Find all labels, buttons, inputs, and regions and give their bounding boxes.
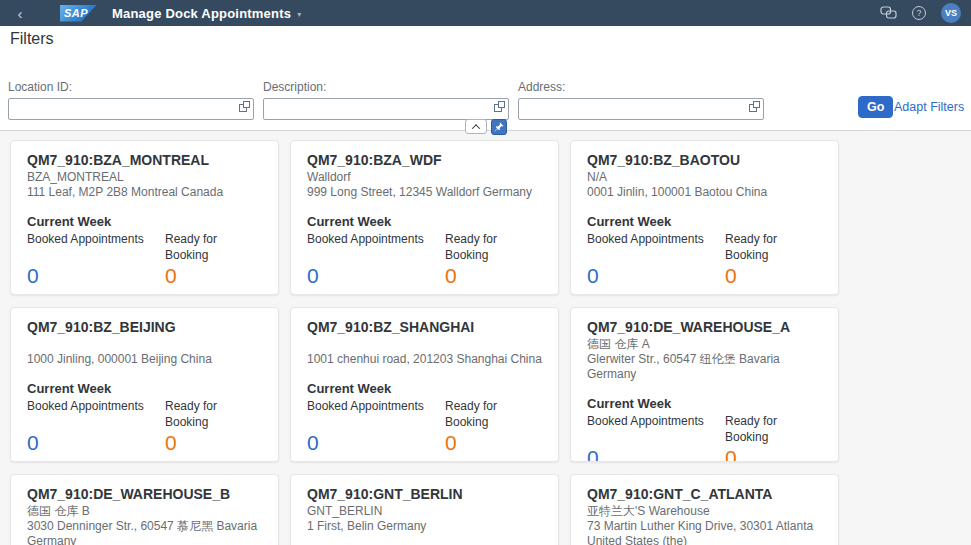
slot-utilization-label: Slot Utilization (307, 294, 383, 295)
card-title: QM7_910:BZA_WDF (307, 151, 542, 169)
pin-filter-bar-button[interactable] (491, 119, 507, 135)
ready-for-booking-label: Ready for Booking (445, 398, 542, 430)
location-card[interactable]: QM7_910:BZ_SHANGHAI 1001 chenhui road, 2… (290, 307, 559, 462)
ready-for-booking-value: 0 (165, 263, 262, 288)
location-card[interactable]: QM7_910:BZ_BAOTOU N/A 0001 Jinlin, 10000… (570, 140, 839, 295)
help-glyph: ? (916, 8, 921, 18)
shell-header: ‹ SAP Manage Dock Appointments ▾ ? VS (0, 0, 971, 26)
location-card[interactable]: QM7_910:GNT_BERLIN GNT_BERLIN 1 First, B… (290, 474, 559, 545)
go-button[interactable]: Go (858, 96, 893, 118)
ready-for-booking-label: Ready for Booking (725, 413, 822, 445)
slot-utilization-label: Slot Utilization (27, 294, 103, 295)
ready-for-booking-label: Ready for Booking (165, 398, 262, 430)
value-help-icon[interactable] (239, 104, 247, 112)
ready-for-booking-value: 0 (725, 263, 822, 288)
booked-appointments-label: Booked Appointments (307, 398, 445, 430)
adapt-filters-link[interactable]: Adapt Filters (894, 100, 964, 114)
card-stats: Current Week Booked Appointments Ready f… (587, 396, 822, 462)
card-title: QM7_910:BZ_BAOTOU (587, 151, 822, 169)
card-subtitle: GNT_BERLIN (307, 504, 542, 519)
back-button[interactable]: ‹ (0, 5, 40, 21)
app-title-menu[interactable]: Manage Dock Appointments ▾ (112, 6, 301, 21)
value-help-icon[interactable] (749, 104, 757, 112)
slot-utilization-value: 0 (255, 461, 262, 462)
card-address: 1 First, Belin Germany (307, 519, 542, 534)
booked-appointments-value: 0 (27, 263, 165, 288)
ready-for-booking-value: 0 (165, 430, 262, 455)
booked-appointments-label: Booked Appointments (587, 413, 725, 445)
slot-utilization-value: 0 (535, 294, 542, 295)
content-area: QM7_910:BZA_MONTREAL BZA_MONTREAL 111 Le… (0, 131, 971, 545)
card-subtitle: N/A (587, 170, 822, 185)
card-subtitle: Walldorf (307, 170, 542, 185)
filter-group-location-id: Location ID: (8, 80, 254, 120)
current-week-label: Current Week (307, 381, 542, 397)
location-id-label: Location ID: (8, 80, 254, 94)
description-input[interactable] (263, 98, 509, 120)
booked-appointments-label: Booked Appointments (27, 231, 165, 263)
card-subtitle (27, 337, 262, 352)
ready-for-booking-value: 0 (445, 430, 542, 455)
slot-utilization-value: 0 (255, 294, 262, 295)
chevron-down-icon: ▾ (297, 8, 301, 19)
sap-logo: SAP (60, 5, 97, 22)
booked-appointments-value: 0 (27, 430, 165, 455)
ready-for-booking-value: 0 (725, 445, 822, 462)
ready-for-booking-label: Ready for Booking (165, 231, 262, 263)
card-title: QM7_910:DE_WAREHOUSE_A (587, 318, 822, 336)
card-address: 1000 Jinling, 000001 Beijing China (27, 352, 262, 367)
card-address: 3030 Denninger Str., 60547 慕尼黑 Bavaria G… (27, 519, 262, 545)
current-week-label: Current Week (307, 214, 542, 230)
card-title: QM7_910:GNT_C_ATLANTA (587, 485, 822, 503)
card-title: QM7_910:GNT_BERLIN (307, 485, 542, 503)
card-subtitle (307, 337, 542, 352)
booked-appointments-label: Booked Appointments (307, 231, 445, 263)
filter-group-address: Address: (518, 80, 764, 120)
location-card[interactable]: QM7_910:DE_WAREHOUSE_A 德国 仓库 A Glerwiter… (570, 307, 839, 462)
ready-for-booking-label: Ready for Booking (725, 231, 822, 263)
slot-utilization-label: Slot Utilization (587, 294, 663, 295)
current-week-label: Current Week (27, 381, 262, 397)
location-card[interactable]: QM7_910:GNT_C_ATLANTA 亚特兰大'S Warehouse 7… (570, 474, 839, 545)
slot-utilization-label: Slot Utilization (307, 461, 383, 462)
location-id-input[interactable] (8, 98, 254, 120)
booked-appointments-label: Booked Appointments (587, 231, 725, 263)
card-title: QM7_910:DE_WAREHOUSE_B (27, 485, 262, 503)
booked-appointments-value: 0 (587, 263, 725, 288)
current-week-label: Current Week (587, 214, 822, 230)
card-subtitle: BZA_MONTREAL (27, 170, 262, 185)
back-icon: ‹ (18, 5, 23, 22)
cards-grid: QM7_910:BZA_MONTREAL BZA_MONTREAL 111 Le… (10, 140, 971, 545)
card-stats: Current Week Booked Appointments Ready f… (27, 381, 262, 462)
card-subtitle: 亚特兰大'S Warehouse (587, 504, 822, 519)
filter-bar-toggles (465, 119, 507, 135)
slot-utilization-label: Slot Utilization (27, 461, 103, 462)
booked-appointments-label: Booked Appointments (27, 398, 165, 430)
card-stats: Current Week Booked Appointments Ready f… (587, 214, 822, 295)
help-icon[interactable]: ? (912, 6, 926, 20)
card-stats: Current Week Booked Appointments Ready f… (307, 381, 542, 462)
card-address: 1001 chenhui road, 201203 Shanghai China (307, 352, 542, 367)
avatar[interactable]: VS (941, 3, 961, 23)
card-title: QM7_910:BZ_SHANGHAI (307, 318, 542, 336)
current-week-label: Current Week (27, 214, 262, 230)
current-week-label: Current Week (587, 396, 822, 412)
value-help-icon[interactable] (494, 104, 502, 112)
card-address: 73 Martin Luther King Drive, 30301 Atlan… (587, 519, 822, 545)
app-title: Manage Dock Appointments (112, 6, 291, 21)
card-address: 111 Leaf, M2P 2B8 Montreal Canada (27, 185, 262, 200)
card-address: 0001 Jinlin, 100001 Baotou China (587, 185, 822, 200)
card-address: 999 Long Street, 12345 Walldorf Germany (307, 185, 542, 200)
location-card[interactable]: QM7_910:BZA_MONTREAL BZA_MONTREAL 111 Le… (10, 140, 279, 295)
chevron-up-icon (471, 124, 479, 132)
collapse-filter-bar-button[interactable] (465, 119, 487, 134)
address-input[interactable] (518, 98, 764, 120)
location-card[interactable]: QM7_910:BZA_WDF Walldorf 999 Long Street… (290, 140, 559, 295)
card-stats: Current Week Booked Appointments Ready f… (27, 214, 262, 295)
copilot-icon[interactable] (880, 6, 897, 20)
card-title: QM7_910:BZA_MONTREAL (27, 151, 262, 169)
location-card[interactable]: QM7_910:DE_WAREHOUSE_B 德国 仓库 B 3030 Denn… (10, 474, 279, 545)
card-subtitle: 德国 仓库 A (587, 337, 822, 352)
filters-title: Filters (10, 30, 54, 48)
location-card[interactable]: QM7_910:BZ_BEIJING 1000 Jinling, 000001 … (10, 307, 279, 462)
